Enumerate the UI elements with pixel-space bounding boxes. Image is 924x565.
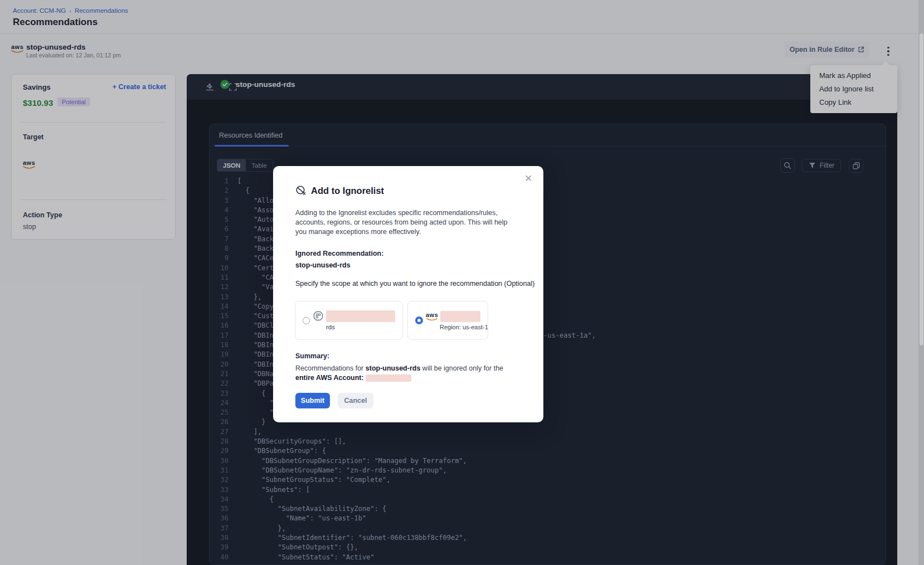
radio-selected[interactable]: [415, 316, 423, 324]
aws-option-logo-icon: aws: [426, 312, 438, 321]
add-to-ignorelist-modal: ✕ Add to Ignorelist Adding to the Ignore…: [273, 166, 543, 422]
scope-option-account-label: Region: us-east-1: [440, 324, 488, 330]
ignored-recommendation-value: stop-unused-rds: [295, 261, 351, 269]
scrollbar-thumb[interactable]: [920, 33, 923, 345]
modal-title: Add to Ignorelist: [311, 186, 384, 196]
cancel-button[interactable]: Cancel: [338, 393, 373, 408]
scrollbar-track[interactable]: [918, 0, 924, 565]
ignore-ban-icon: [295, 185, 307, 196]
redacted-account-id: [440, 311, 480, 322]
screen: Account: CCM-NG›Recommendations Recommen…: [0, 0, 924, 565]
submit-button[interactable]: Submit: [295, 393, 330, 408]
summary-label: Summary:: [295, 352, 329, 360]
scope-option-resource-label: rds: [326, 324, 395, 330]
redacted-summary-account: [366, 374, 411, 382]
close-icon[interactable]: ✕: [522, 172, 535, 185]
scope-options: rds aws Region: us-east-1: [295, 301, 488, 340]
scope-option-account[interactable]: aws Region: us-east-1: [407, 301, 488, 340]
scope-label: Specify the scope at which you want to i…: [295, 279, 535, 289]
rule-resource-icon: [313, 310, 324, 322]
redacted-resource-id: [326, 310, 395, 322]
summary-text: Recommendations for stop-unused-rds will…: [295, 364, 524, 383]
ignored-recommendation-label: Ignored Recommendation:: [295, 250, 383, 257]
radio-unselected[interactable]: [303, 317, 310, 324]
scope-option-resource[interactable]: rds: [295, 301, 403, 340]
modal-description: Adding to the Ignorelist excludes specif…: [295, 208, 514, 237]
